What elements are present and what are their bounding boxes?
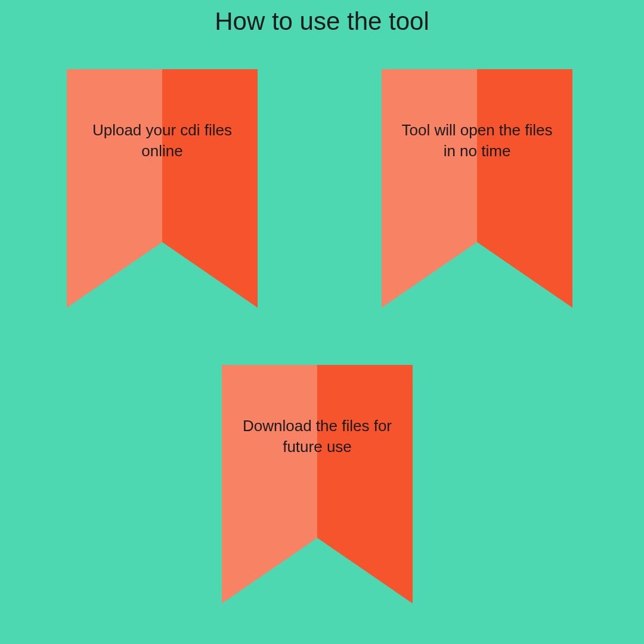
ribbon-icon	[67, 69, 258, 308]
step-ribbon-2: Tool will open the files in no time	[382, 69, 572, 308]
step-text-3: Download the files for future use	[222, 416, 413, 457]
ribbon-icon	[382, 69, 572, 308]
ribbon-icon	[222, 365, 413, 603]
svg-marker-5	[317, 365, 413, 603]
step-text-1: Upload your cdi files online	[67, 120, 258, 162]
step-text-2: Tool will open the files in no time	[382, 120, 572, 162]
step-ribbon-1: Upload your cdi files online	[67, 69, 258, 308]
svg-marker-1	[162, 69, 258, 308]
svg-marker-2	[382, 69, 477, 308]
svg-marker-3	[477, 69, 572, 308]
page-title: How to use the tool	[0, 0, 644, 36]
svg-marker-0	[67, 69, 162, 308]
svg-marker-4	[222, 365, 317, 603]
step-ribbon-3: Download the files for future use	[222, 365, 413, 603]
